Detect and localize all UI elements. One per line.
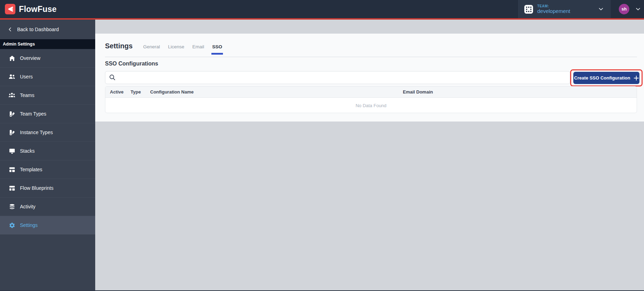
tab-license[interactable]: License [168,44,184,49]
sidebar-item-label: Instance Types [20,130,53,135]
search-input[interactable] [105,71,570,84]
team-identicon [524,5,533,14]
back-to-dashboard-label: Back to Dashboard [17,27,59,32]
sidebar-item-label: Teams [20,92,34,98]
brand[interactable]: FlowFuse [0,4,57,14]
sidebar-item-flow-blueprints[interactable]: Flow Blueprints [0,179,95,198]
sidebar-item-label: Users [20,74,33,79]
accent-divider [0,18,644,20]
sidebar-section-label: Admin Settings [0,39,95,49]
sidebar-item-label: Stacks [20,148,35,154]
flowfuse-logo-icon [5,4,15,14]
tab-email[interactable]: Email [192,44,204,49]
swatch-icon [8,129,15,136]
sidebar-item-activity[interactable]: Activity [0,198,95,216]
sidebar-item-overview[interactable]: Overview [0,49,95,68]
swatch-icon [8,110,15,117]
tab-sso[interactable]: SSO [212,44,222,49]
sidebar-item-label: Templates [20,167,42,172]
create-sso-configuration-button[interactable]: Create SSO Configuration [573,72,639,84]
column-header-configuration-name: Configuration Name [150,89,403,95]
template-icon [8,166,15,173]
avatar[interactable]: sh [619,4,629,14]
user-menu[interactable]: sh [611,0,644,18]
chevron-down-icon [635,6,641,12]
main-area: Settings General License Email SSO SSO C… [95,20,644,291]
sidebar-item-label: Overview [20,55,40,61]
settings-tabs: General License Email SSO [143,44,222,49]
page-title: Settings [105,42,133,50]
sidebar-item-label: Team Types [20,111,46,117]
brand-name: FlowFuse [19,5,57,14]
sidebar-item-users[interactable]: Users [0,68,95,86]
gear-icon [8,222,15,229]
column-header-active: Active [110,89,131,95]
highlight-outline: Create SSO Configuration [570,69,643,86]
sidebar-item-teams[interactable]: Teams [0,86,95,105]
tab-general[interactable]: General [143,44,160,49]
sidebar-item-instance-types[interactable]: Instance Types [0,123,95,142]
sidebar-item-team-types[interactable]: Team Types [0,105,95,123]
column-header-type: Type [131,89,150,95]
section-title: SSO Configurations [105,61,158,67]
database-icon [8,203,15,210]
create-sso-configuration-label: Create SSO Configuration [574,75,630,81]
table-header-row: Active Type Configuration Name Email Dom… [105,86,637,98]
sidebar-item-label: Activity [20,204,35,209]
top-navbar: FlowFuse TEAM: developement sh [0,0,644,18]
sidebar-item-label: Settings [20,222,38,228]
sidebar: Back to Dashboard Admin Settings Overvie… [0,20,95,291]
empty-state: No Data Found [105,98,637,113]
settings-panel: Settings General License Email SSO SSO C… [95,34,644,122]
plus-icon [634,76,639,81]
back-to-dashboard-button[interactable]: Back to Dashboard [0,20,95,39]
sso-configurations-table: Active Type Configuration Name Email Dom… [105,86,637,113]
sidebar-item-stacks[interactable]: Stacks [0,142,95,160]
sidebar-item-templates[interactable]: Templates [0,160,95,179]
chevron-left-icon [8,27,13,32]
teams-icon [8,92,15,99]
desktop-icon [8,147,15,154]
column-header-email-domain: Email Domain [403,89,637,95]
users-icon [8,73,15,80]
team-selector[interactable]: TEAM: developement [517,0,611,18]
tabs-divider [105,57,637,57]
chevron-down-icon [598,6,604,12]
overview-icon [8,55,15,62]
sidebar-item-label: Flow Blueprints [20,185,54,191]
team-label: TEAM: [537,4,570,8]
template-icon [8,185,15,192]
team-name: developement [537,8,570,14]
sidebar-item-settings[interactable]: Settings [0,216,95,235]
